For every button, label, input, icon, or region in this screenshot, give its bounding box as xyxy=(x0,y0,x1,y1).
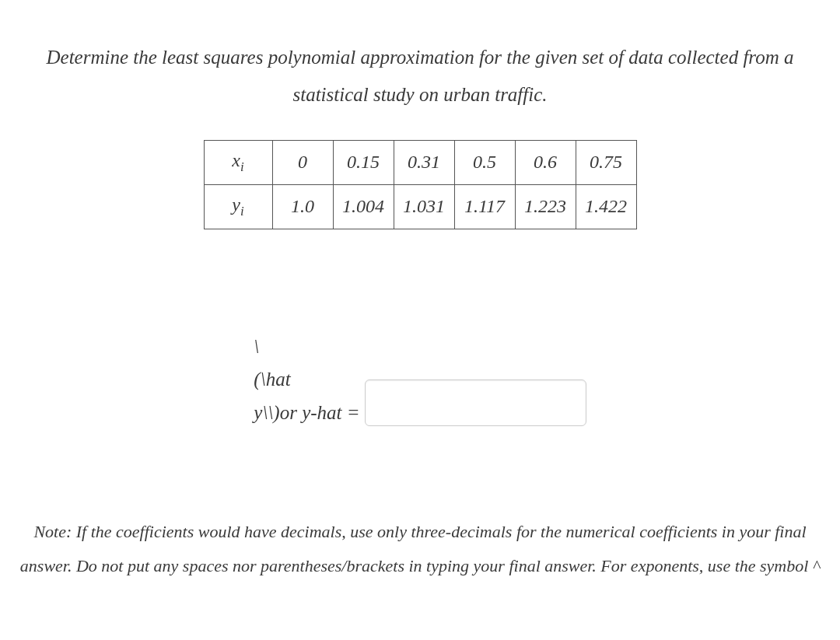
answer-label: \ (\hat y\\)or y-hat = xyxy=(254,330,359,430)
table-row: yi 1.0 1.004 1.031 1.117 1.223 1.422 xyxy=(204,184,636,229)
y-value-cell: 1.031 xyxy=(394,184,454,229)
x-value-cell: 0.31 xyxy=(394,141,454,185)
answer-row: \ (\hat y\\)or y-hat = xyxy=(16,330,824,430)
y-value-cell: 1.223 xyxy=(515,184,576,229)
x-label-sub: i xyxy=(240,159,244,174)
x-value-cell: 0.15 xyxy=(333,141,394,185)
y-value-cell: 1.004 xyxy=(333,184,394,229)
x-value-cell: 0 xyxy=(272,141,333,185)
x-value-cell: 0.5 xyxy=(454,141,515,185)
y-value-cell: 1.117 xyxy=(454,184,515,229)
answer-input[interactable] xyxy=(365,379,586,426)
y-value-cell: 1.422 xyxy=(576,184,636,229)
x-value-cell: 0.6 xyxy=(515,141,576,185)
data-table: xi 0 0.15 0.31 0.5 0.6 0.75 yi 1.0 1.004… xyxy=(204,140,637,229)
y-label-cell: yi xyxy=(204,184,272,229)
x-value-cell: 0.75 xyxy=(576,141,636,185)
answer-label-line2: (\hat xyxy=(254,363,359,397)
answer-label-line1: \ xyxy=(254,330,359,364)
y-label-base: y xyxy=(232,194,240,215)
y-label-sub: i xyxy=(240,204,244,219)
question-prompt: Determine the least squares polynomial a… xyxy=(16,39,824,113)
x-label-base: x xyxy=(232,150,240,170)
answer-label-line3: y\\)or y-hat = xyxy=(254,397,359,430)
y-value-cell: 1.0 xyxy=(272,184,333,229)
x-label-cell: xi xyxy=(204,141,272,185)
table-row: xi 0 0.15 0.31 0.5 0.6 0.75 xyxy=(204,141,636,185)
note-text: Note: If the coefficients would have dec… xyxy=(16,515,824,583)
